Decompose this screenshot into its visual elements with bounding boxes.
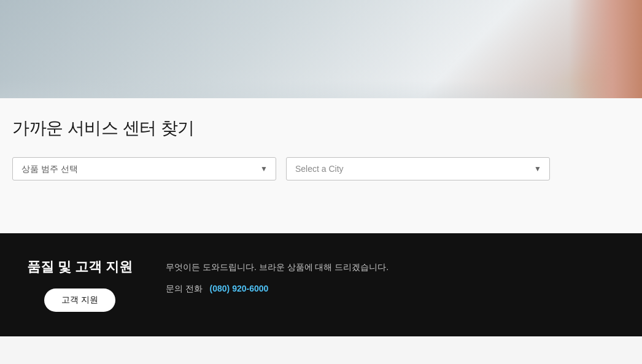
footer-phone-label: 문의 전화: [166, 284, 203, 293]
footer-title: 품질 및 고객 지원: [27, 258, 133, 276]
footer-description: 무엇이든 도와드립니다. 브라운 상품에 대해 드리겠습니다.: [166, 260, 624, 275]
footer-phone: 문의 전화 (080) 920-6000: [166, 284, 624, 295]
dropdowns-row: 상품 범주 선택 ▼ Select a City ▼: [12, 157, 630, 180]
category-select[interactable]: 상품 범주 선택: [12, 157, 276, 180]
footer-left: 품질 및 고객 지원 고객 지원: [18, 258, 141, 312]
city-dropdown-wrapper: Select a City ▼: [286, 157, 550, 180]
hero-banner: [0, 0, 642, 98]
support-button[interactable]: 고객 지원: [44, 288, 115, 312]
category-dropdown-wrapper: 상품 범주 선택 ▼: [12, 157, 276, 180]
section-title: 가까운 서비스 센터 찾기: [12, 117, 630, 140]
footer-section: 품질 및 고객 지원 고객 지원 무엇이든 도와드립니다. 브라운 상품에 대해…: [0, 233, 642, 336]
hero-overlay: [0, 80, 642, 98]
footer-phone-number: (080) 920-6000: [210, 284, 269, 293]
city-select[interactable]: Select a City: [286, 157, 550, 180]
main-content: 가까운 서비스 센터 찾기 상품 범주 선택 ▼ Select a City ▼: [0, 98, 642, 233]
footer-right: 무엇이든 도와드립니다. 브라운 상품에 대해 드리겠습니다. 문의 전화 (0…: [166, 258, 624, 295]
